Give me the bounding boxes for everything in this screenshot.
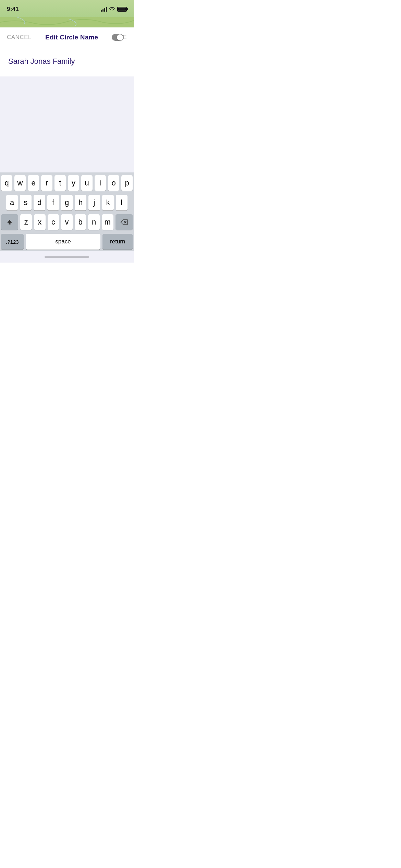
home-bar [45,256,89,258]
key-z[interactable]: z [20,214,32,230]
key-b[interactable]: b [75,214,86,230]
key-e[interactable]: e [28,175,39,191]
keyboard-row-2: a s d f g h j k l [1,195,133,210]
toggle-knob [117,34,123,40]
key-l[interactable]: l [116,195,127,210]
backspace-key[interactable] [116,214,133,230]
circle-name-input[interactable] [8,57,125,68]
content-area [0,76,134,172]
key-w[interactable]: w [14,175,26,191]
key-m[interactable]: m [102,214,113,230]
keyboard-row-1: q w e r t y u i o p [1,175,133,191]
key-v[interactable]: v [61,214,73,230]
save-toggle[interactable] [112,34,123,41]
keyboard-row-4: .?123 space return [1,234,133,250]
page-title: Edit Circle Name [45,34,98,41]
key-n[interactable]: n [88,214,100,230]
key-i[interactable]: i [95,175,106,191]
keyboard-row-3: z x c v b n m [1,214,133,230]
home-indicator [0,251,134,263]
status-icons [101,7,127,12]
svg-rect-0 [0,17,134,27]
cancel-button[interactable]: CANCEL [7,34,32,41]
save-label: E [123,34,127,41]
key-f[interactable]: f [47,195,59,210]
shift-key[interactable] [1,214,18,230]
keyboard: q w e r t y u i o p a s d f g h j k l z … [0,172,134,251]
key-y[interactable]: y [68,175,79,191]
key-k[interactable]: k [102,195,114,210]
key-c[interactable]: c [48,214,59,230]
return-key[interactable]: return [102,234,133,250]
key-p[interactable]: p [121,175,133,191]
key-s[interactable]: s [20,195,32,210]
symbols-key[interactable]: .?123 [1,234,24,250]
key-t[interactable]: t [54,175,66,191]
key-x[interactable]: x [34,214,46,230]
key-o[interactable]: o [108,175,119,191]
key-d[interactable]: d [34,195,45,210]
nav-bar: CANCEL Edit Circle Name E [0,27,134,47]
battery-icon [117,7,127,12]
key-u[interactable]: u [81,175,93,191]
key-a[interactable]: a [6,195,18,210]
key-q[interactable]: q [1,175,12,191]
key-g[interactable]: g [61,195,73,210]
space-key[interactable]: space [26,234,101,250]
status-bar: 9:41 [0,0,134,17]
signal-icon [101,7,107,12]
key-h[interactable]: h [75,195,86,210]
wifi-icon [109,7,115,12]
key-r[interactable]: r [41,175,52,191]
save-area: E [112,34,127,41]
key-j[interactable]: j [88,195,100,210]
input-area [0,47,134,76]
status-time: 9:41 [7,6,19,13]
map-background [0,17,134,27]
